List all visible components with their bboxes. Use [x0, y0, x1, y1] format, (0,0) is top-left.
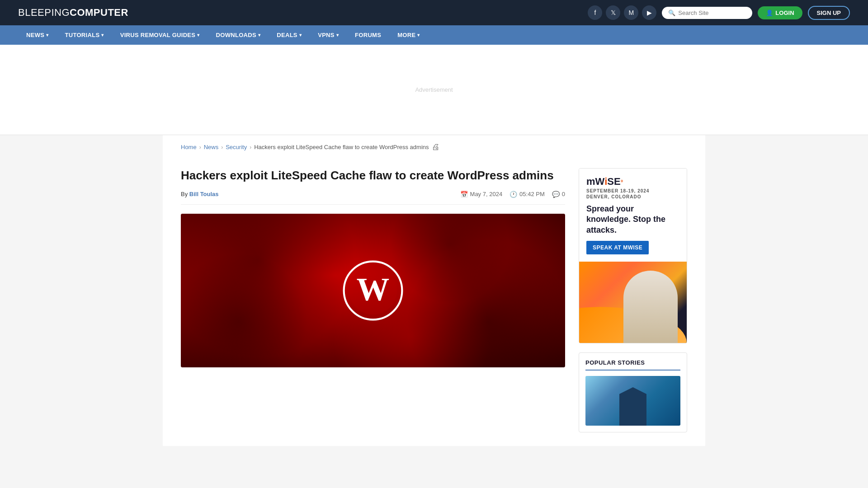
- chevron-down-icon: ▾: [336, 33, 339, 38]
- social-icons: f 𝕏 M ▶: [588, 5, 656, 20]
- user-icon: 👤: [766, 9, 773, 16]
- popular-story-image[interactable]: [585, 376, 680, 426]
- article-hero-image: W: [181, 214, 565, 367]
- mwise-tagline: Spread your knowledge. Stop the attacks.: [586, 204, 679, 235]
- popular-stories: POPULAR STORIES: [579, 352, 687, 432]
- chevron-down-icon: ▾: [46, 33, 48, 38]
- article-date: 📅 May 7, 2024: [460, 191, 503, 198]
- popular-stories-title: POPULAR STORIES: [585, 359, 680, 371]
- chevron-down-icon: ▾: [258, 33, 260, 38]
- article-title: Hackers exploit LiteSpeed Cache flaw to …: [181, 168, 565, 183]
- article-content: Hackers exploit LiteSpeed Cache flaw to …: [181, 168, 565, 432]
- nav-forums[interactable]: FORUMS: [347, 25, 389, 45]
- mwise-city: DENVER, COLORADO: [586, 194, 679, 199]
- meta-right: 📅 May 7, 2024 🕐 05:42 PM 💬 0: [460, 191, 565, 198]
- mastodon-icon[interactable]: M: [624, 5, 638, 20]
- site-logo[interactable]: BLEEPINGCOMPUTER: [18, 7, 128, 19]
- page-wrapper: BLEEPINGCOMPUTER f 𝕏 M ▶ 🔍 👤 LOGIN SIGN …: [0, 0, 868, 488]
- youtube-icon[interactable]: ▶: [642, 5, 656, 20]
- facebook-icon[interactable]: f: [588, 5, 602, 20]
- site-header: BLEEPINGCOMPUTER f 𝕏 M ▶ 🔍 👤 LOGIN SIGN …: [0, 0, 868, 25]
- breadcrumb-news[interactable]: News: [204, 144, 219, 150]
- chevron-down-icon: ▾: [299, 33, 302, 38]
- mwise-brand: mWiSE°: [586, 176, 679, 188]
- nav-news[interactable]: NEWS ▾: [18, 25, 57, 45]
- chevron-down-icon: ▾: [417, 33, 420, 38]
- sidebar-ad-content: mWiSE° SEPTEMBER 18-19, 2024 DENVER, COL…: [579, 169, 687, 262]
- article-time: 🕐 05:42 PM: [509, 191, 545, 198]
- nav-vpns[interactable]: VPNS ▾: [310, 25, 347, 45]
- comment-icon: 💬: [552, 191, 560, 198]
- twitter-icon[interactable]: 𝕏: [606, 5, 620, 20]
- chevron-down-icon: ▾: [101, 33, 104, 38]
- mwise-date: SEPTEMBER 18-19, 2024: [586, 188, 679, 193]
- breadcrumb-security[interactable]: Security: [226, 144, 247, 150]
- sidebar-ad: mWiSE° SEPTEMBER 18-19, 2024 DENVER, COL…: [579, 168, 687, 343]
- print-icon[interactable]: 🖨: [432, 142, 440, 152]
- article-author: By Bill Toulas: [181, 191, 219, 197]
- author-link[interactable]: Bill Toulas: [189, 191, 219, 197]
- content-row: Hackers exploit LiteSpeed Cache flaw to …: [181, 168, 687, 432]
- sidebar: mWiSE° SEPTEMBER 18-19, 2024 DENVER, COL…: [579, 168, 687, 432]
- sidebar-ad-image: [579, 262, 687, 343]
- mwise-cta-button[interactable]: SPEAK AT mWISE: [586, 241, 649, 254]
- nav-downloads[interactable]: DOWNLOADS ▾: [208, 25, 269, 45]
- calendar-icon: 📅: [460, 191, 468, 198]
- header-right: f 𝕏 M ▶ 🔍 👤 LOGIN SIGN UP: [588, 5, 850, 20]
- content-wrapper: Home › News › Security › Hackers exploit…: [163, 135, 705, 446]
- svg-text:W: W: [357, 271, 390, 307]
- main-nav: NEWS ▾ TUTORIALS ▾ VIRUS REMOVAL GUIDES …: [0, 25, 868, 45]
- breadcrumb: Home › News › Security › Hackers exploit…: [181, 142, 440, 156]
- chevron-down-icon: ▾: [197, 33, 199, 38]
- search-box[interactable]: 🔍: [662, 7, 752, 19]
- nav-more[interactable]: MORE ▾: [389, 25, 428, 45]
- breadcrumb-separator: ›: [250, 144, 251, 150]
- article-comments[interactable]: 💬 0: [552, 191, 565, 198]
- article-meta: By Bill Toulas 📅 May 7, 2024 🕐 05:42 PM: [181, 191, 565, 205]
- mwise-header: mWiSE° SEPTEMBER 18-19, 2024 DENVER, COL…: [586, 176, 679, 199]
- signup-button[interactable]: SIGN UP: [808, 6, 850, 20]
- search-icon: 🔍: [668, 9, 675, 16]
- breadcrumb-separator: ›: [199, 144, 201, 150]
- breadcrumb-row: Home › News › Security › Hackers exploit…: [181, 135, 687, 164]
- login-button[interactable]: 👤 LOGIN: [758, 6, 802, 19]
- breadcrumb-current: Hackers exploit LiteSpeed Cache flaw to …: [254, 144, 429, 150]
- clock-icon: 🕐: [509, 191, 517, 198]
- nav-virus-removal[interactable]: VIRUS REMOVAL GUIDES ▾: [112, 25, 208, 45]
- nav-deals[interactable]: DEALS ▾: [269, 25, 310, 45]
- search-input[interactable]: [678, 9, 746, 16]
- nav-tutorials[interactable]: TUTORIALS ▾: [57, 25, 112, 45]
- breadcrumb-separator: ›: [221, 144, 223, 150]
- breadcrumb-home[interactable]: Home: [181, 144, 197, 150]
- wordpress-logo: W: [341, 259, 405, 322]
- ad-banner: Advertisement: [0, 45, 868, 135]
